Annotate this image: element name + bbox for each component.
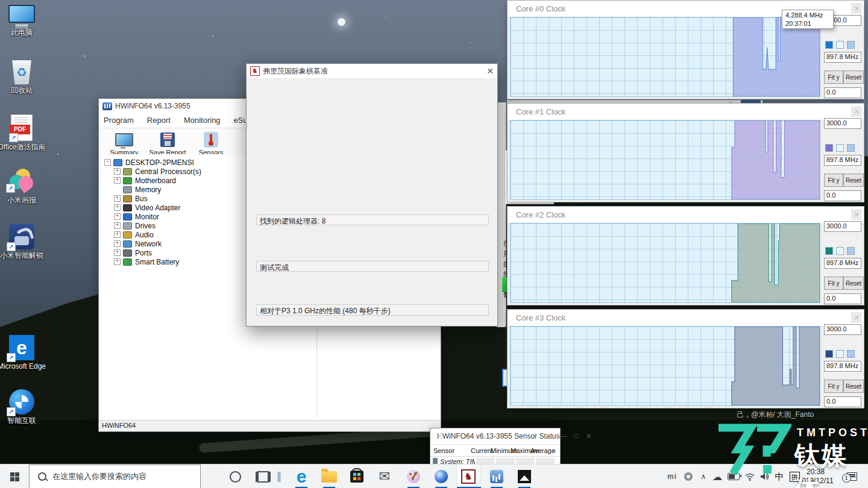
menu-report[interactable]: Report <box>147 116 171 125</box>
background-color-swatch[interactable] <box>836 350 844 358</box>
taskbar-search-input[interactable]: 在这里输入你要搜索的内容 <box>29 465 201 488</box>
device-category-icon <box>123 213 132 221</box>
close-icon[interactable]: ✕ <box>851 106 862 117</box>
expand-box-icon[interactable]: + <box>114 195 121 202</box>
tray-onedrive-cloud-icon[interactable]: ☁ <box>710 465 725 488</box>
column-maximum[interactable]: Maximum <box>511 447 530 454</box>
taskbar-app-fritz-chess-active[interactable]: ♞ <box>456 465 480 488</box>
panel-side-controls: 3000.0 897.8 MHz Fit y Reset 0.0 <box>822 17 863 98</box>
expand-box-icon[interactable]: + <box>114 249 121 256</box>
fit-y-button[interactable]: Fit y <box>824 380 843 393</box>
tray-wifi-icon[interactable] <box>743 465 757 488</box>
series-color-swatch[interactable] <box>825 350 833 358</box>
grid-color-swatch[interactable] <box>847 350 855 358</box>
taskbar-app-edge[interactable]: e <box>289 465 313 488</box>
maximize-icon[interactable]: □ <box>574 432 578 440</box>
desktop-icon-office-pdf[interactable]: PDF↗ Office激活指南 <box>0 114 51 151</box>
taskbar-app-store[interactable] <box>345 465 369 488</box>
start-button[interactable] <box>0 465 29 488</box>
reset-button[interactable]: Reset <box>843 277 864 290</box>
background-color-swatch[interactable] <box>836 41 844 49</box>
y-min-field[interactable]: 0.0 <box>824 293 861 304</box>
reset-button[interactable]: Reset <box>843 380 864 393</box>
expand-box-icon[interactable]: + <box>114 213 121 220</box>
y-max-field[interactable]: 3000.0 <box>824 324 861 335</box>
device-category-icon <box>123 177 132 184</box>
shortcut-arrow-icon: ↗ <box>7 353 16 362</box>
tray-clock[interactable]: 20:38 2019/12/11 <box>794 465 837 488</box>
expand-box-icon[interactable]: + <box>114 177 121 184</box>
fit-y-button[interactable]: Fit y <box>824 277 843 290</box>
taskbar-app-cinema4d[interactable] <box>429 465 453 488</box>
toolbar-sensors-button[interactable]: Sensors <box>192 130 230 157</box>
close-icon[interactable]: ✕ <box>851 312 862 323</box>
y-min-field[interactable]: 0.0 <box>824 87 861 98</box>
y-max-field[interactable]: 3000.0 <box>824 221 861 232</box>
scroll-up-icon[interactable]: ∧ <box>550 448 558 454</box>
grid-color-swatch[interactable] <box>847 41 855 49</box>
menu-monitoring[interactable]: Monitoring <box>184 116 221 125</box>
windows-logo-icon <box>10 472 19 481</box>
series-color-swatch[interactable] <box>825 247 833 255</box>
column-current[interactable]: Current <box>471 447 491 454</box>
panel-title: Core #3 Clock <box>508 310 864 326</box>
action-center-button[interactable]: 1 <box>841 465 862 488</box>
fit-y-button[interactable]: Fit y <box>824 70 843 84</box>
y-max-field[interactable]: 3000.0 <box>824 118 861 129</box>
desktop-icon-edge[interactable]: e↗ Microsoft Edge <box>0 335 51 371</box>
toolbar-summary-button[interactable]: Summary <box>105 130 143 157</box>
current-value-field: 897.8 MHz <box>824 52 861 63</box>
taskbar-app-file-explorer[interactable] <box>317 465 341 488</box>
close-icon[interactable]: ✕ <box>851 3 862 14</box>
y-min-field[interactable]: 0.0 <box>824 190 861 201</box>
collapse-box-icon[interactable]: − <box>104 159 111 166</box>
tray-360-icon[interactable] <box>681 465 696 488</box>
expand-box-icon[interactable]: + <box>114 222 121 229</box>
series-color-swatch[interactable] <box>825 144 833 152</box>
desktop-icon-recycle-bin[interactable]: ♻ 回收站 <box>0 60 51 95</box>
column-sensor[interactable]: Sensor <box>430 447 471 454</box>
expand-box-icon[interactable]: + <box>114 231 121 238</box>
tray-mi-icon[interactable]: mi <box>664 465 680 488</box>
tray-volume-icon[interactable] <box>757 465 773 488</box>
expand-box-icon[interactable]: + <box>114 258 121 265</box>
desktop-icon-this-pc[interactable]: 此电脑 <box>0 5 51 37</box>
close-icon[interactable]: ✕ <box>851 209 862 220</box>
background-color-swatch[interactable] <box>836 144 844 152</box>
tray-ime-language[interactable]: 中 <box>773 465 786 488</box>
menu-program[interactable]: Program <box>104 116 134 125</box>
taskbar-app-photos[interactable] <box>512 465 536 488</box>
tray-battery-icon[interactable] <box>726 465 741 488</box>
grid-color-swatch[interactable] <box>847 247 855 255</box>
expand-box-icon[interactable]: + <box>114 168 121 175</box>
desktop-icon-mi-pictorial[interactable]: ↗ 小米画报 <box>0 169 51 204</box>
taskbar-app-hwinfo[interactable] <box>485 465 509 488</box>
fit-y-button[interactable]: Fit y <box>824 174 843 187</box>
taskbar-app-paint[interactable] <box>401 465 426 488</box>
dialog-titlebar[interactable]: ♞ 弗里茨国际象棋基准 ✕ <box>247 64 497 79</box>
sensor-titlebar[interactable]: HWiNFO64 v6.13-3955 Sensor Status — □ ✕ <box>430 428 560 444</box>
taskbar: 在这里输入你要搜索的内容 ║ e ✉ ♞ mi ∧ ☁ 中 拼 20:38 <box>0 464 868 488</box>
expand-box-icon[interactable]: + <box>114 204 121 211</box>
column-minimum[interactable]: Minimum <box>491 447 511 454</box>
notification-badge: 1 <box>842 474 851 483</box>
desktop-icon-mi-smart-unlock[interactable]: ↗ 小米智能解锁 <box>0 224 51 260</box>
toolbar-save-report-button[interactable]: Save Report <box>148 130 187 157</box>
tray-overflow-chevron-icon[interactable]: ∧ <box>697 465 710 488</box>
background-color-swatch[interactable] <box>836 247 844 255</box>
minimize-icon[interactable]: — <box>559 432 567 440</box>
taskbar-app-mail[interactable]: ✉ <box>373 465 397 488</box>
reset-button[interactable]: Reset <box>843 174 864 187</box>
close-icon[interactable]: ✕ <box>586 432 592 440</box>
tooltip-time: 20:37:01 <box>785 19 830 28</box>
reset-button[interactable]: Reset <box>843 70 864 84</box>
grid-color-swatch[interactable] <box>847 144 855 152</box>
task-view-button[interactable] <box>252 465 274 488</box>
cortana-button[interactable] <box>224 465 246 488</box>
desktop-icon-smart-connect[interactable]: ↗ 智能互联 <box>0 389 51 425</box>
expand-box-icon[interactable]: + <box>114 240 121 247</box>
series-color-swatch[interactable] <box>825 41 833 49</box>
y-min-field[interactable]: 0.0 <box>824 396 861 407</box>
column-average[interactable]: Average <box>530 447 550 454</box>
dialog-close-icon[interactable]: ✕ <box>486 66 494 76</box>
